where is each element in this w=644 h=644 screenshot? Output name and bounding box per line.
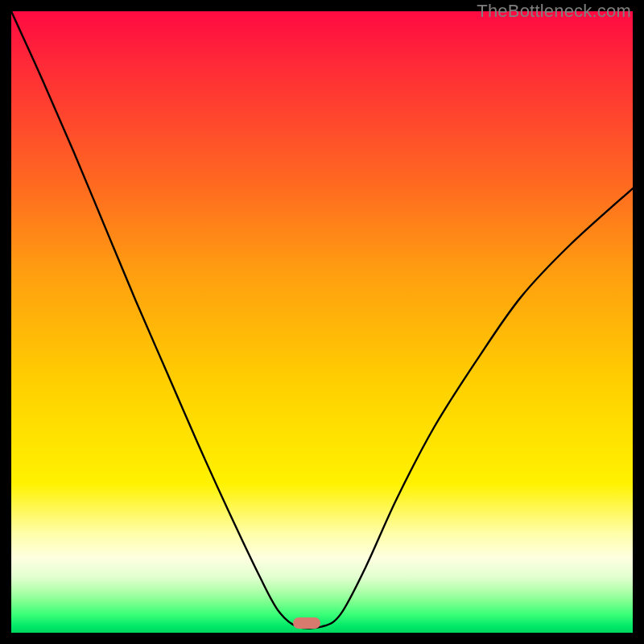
plot-area: [11, 11, 633, 633]
bottleneck-curve: [11, 11, 633, 633]
curve-path: [11, 11, 633, 628]
chart-frame: TheBottleneck.com: [0, 0, 644, 644]
optimal-marker: [293, 617, 320, 629]
watermark-text: TheBottleneck.com: [477, 1, 631, 22]
